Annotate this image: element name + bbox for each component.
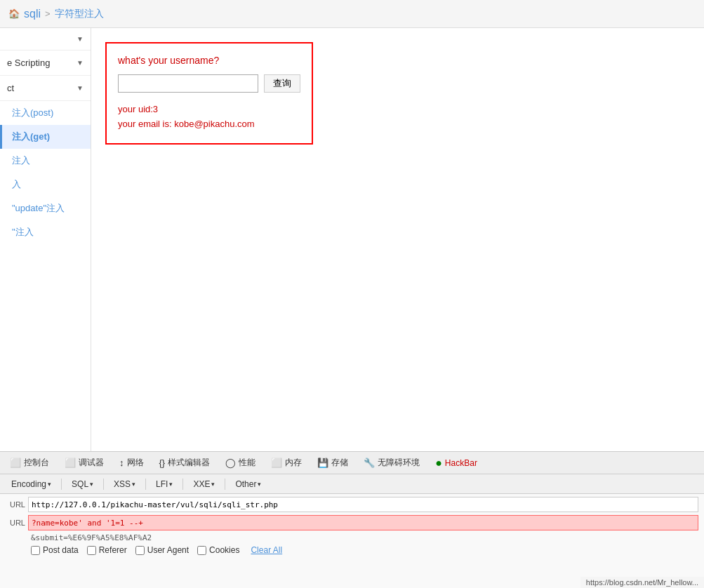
hackbar-xss-menu[interactable]: XSS ▾ <box>108 478 141 490</box>
sidebar-group-1: ▼ <box>0 28 91 51</box>
top-bar: 🏠 sqli > 字符型注入 <box>0 0 704 28</box>
sidebar-group-header-2[interactable]: e Scripting ▼ <box>0 51 91 75</box>
checkbox-user-agent-input[interactable] <box>135 546 145 555</box>
tab-console[interactable]: ⬜ 控制台 <box>3 454 56 472</box>
style-icon: {} <box>159 457 166 468</box>
console-icon: ⬜ <box>10 457 21 468</box>
hackbar-xss-label: XSS <box>114 479 131 489</box>
checkbox-cookies-label: Cookies <box>209 545 239 555</box>
hackbar-url-label: URL <box>6 500 25 509</box>
sep-5 <box>225 479 225 490</box>
breadcrumb-home[interactable]: sqli <box>24 8 41 20</box>
tab-hackbar[interactable]: ● HackBar <box>428 454 484 472</box>
hackbar-checks-row: Post data Referer User Agent Cookies Cle… <box>6 545 698 555</box>
checkbox-user-agent-label: User Agent <box>147 545 189 555</box>
tab-storage-label: 存储 <box>331 457 348 469</box>
tab-network[interactable]: ↕ 网络 <box>112 454 151 472</box>
hackbar-sub-value: &submit=%E6%9F%A5%E8%AF%A2 <box>31 533 152 542</box>
checkbox-post-data-label: Post data <box>43 545 79 555</box>
sidebar-group-2: e Scripting ▼ <box>0 51 91 76</box>
result-email: your email is: kobe@pikachu.com <box>118 117 300 132</box>
form-result: your uid:3 your email is: kobe@pikachu.c… <box>118 102 300 132</box>
checkbox-referer-label: Referer <box>99 545 127 555</box>
memory-icon: ⬜ <box>271 457 282 468</box>
accessibility-icon: 🔧 <box>364 457 375 468</box>
tab-accessibility[interactable]: 🔧 无障碍环境 <box>357 454 427 472</box>
chevron-down-icon-lfi: ▾ <box>169 481 173 488</box>
checkbox-cookies-input[interactable] <box>197 546 206 555</box>
status-bar: https://blog.csdn.net/Mr_hellow... <box>580 577 704 588</box>
hackbar-toolbar: Encoding ▾ SQL ▾ XSS ▾ LFI ▾ XXE ▾ Other… <box>0 474 704 494</box>
status-url: https://blog.csdn.net/Mr_hellow... <box>586 578 698 587</box>
hackbar-sub-row: &submit=%E6%9F%A5%E8%AF%A2 <box>6 533 698 542</box>
chevron-down-icon-xxe: ▾ <box>211 481 215 488</box>
tab-performance-label: 性能 <box>239 457 255 469</box>
hackbar-post-row: URL <box>6 515 698 530</box>
sidebar-item-inject[interactable]: 注入 <box>0 149 91 173</box>
username-input[interactable] <box>118 74 258 93</box>
chevron-down-icon-2: ▼ <box>77 59 84 67</box>
hackbar-url-row: URL <box>6 497 698 512</box>
devtools-panel: ⬜ 控制台 ⬜ 调试器 ↕ 网络 {} 样式编辑器 ◯ 性能 ⬜ 内存 💾 存储… <box>0 451 704 588</box>
tab-performance[interactable]: ◯ 性能 <box>218 454 263 472</box>
sidebar: ▼ e Scripting ▼ ct ▼ 注入(post) 注入(get) 注入… <box>0 28 91 451</box>
tab-memory-label: 内存 <box>285 457 302 469</box>
network-icon: ↕ <box>119 457 124 468</box>
tab-storage[interactable]: 💾 存储 <box>310 454 355 472</box>
chevron-down-icon-other: ▾ <box>258 481 261 488</box>
hackbar-url-input[interactable] <box>28 497 698 512</box>
hackbar-dot-icon: ● <box>435 457 442 469</box>
chevron-down-icon-1: ▼ <box>77 35 84 43</box>
form-row: 查询 <box>118 74 300 93</box>
sep-4 <box>182 479 183 490</box>
main-layout: ▼ e Scripting ▼ ct ▼ 注入(post) 注入(get) 注入… <box>0 28 704 451</box>
hackbar-post-input[interactable] <box>28 515 698 530</box>
devtools-tabs: ⬜ 控制台 ⬜ 调试器 ↕ 网络 {} 样式编辑器 ◯ 性能 ⬜ 内存 💾 存储… <box>0 452 704 474</box>
sidebar-item-inject2[interactable]: 入 <box>0 173 91 196</box>
hackbar-lfi-menu[interactable]: LFI ▾ <box>150 478 178 490</box>
query-button[interactable]: 查询 <box>264 74 300 93</box>
checkbox-cookies[interactable]: Cookies <box>197 545 239 555</box>
form-box: what's your username? 查询 your uid:3 your… <box>105 42 313 145</box>
tab-debugger-label: 调试器 <box>79 457 104 469</box>
sidebar-group-3-label: ct <box>7 83 14 93</box>
tab-hackbar-label: HackBar <box>445 458 477 468</box>
checkbox-user-agent[interactable]: User Agent <box>135 545 189 555</box>
hackbar-encoding-label: Encoding <box>11 479 46 489</box>
breadcrumb-current: 字符型注入 <box>55 8 104 20</box>
sidebar-item-post[interactable]: 注入(post) <box>0 101 91 125</box>
performance-icon: ◯ <box>225 457 236 468</box>
checkbox-referer[interactable]: Referer <box>87 545 127 555</box>
tab-accessibility-label: 无障碍环境 <box>378 457 420 469</box>
sidebar-item-get[interactable]: 注入(get) <box>0 125 91 149</box>
checkbox-referer-input[interactable] <box>87 546 96 555</box>
tab-debugger[interactable]: ⬜ 调试器 <box>58 454 111 472</box>
clear-all-button[interactable]: Clear All <box>251 545 282 555</box>
tab-memory[interactable]: ⬜ 内存 <box>264 454 309 472</box>
sidebar-group-header-3[interactable]: ct ▼ <box>0 76 91 100</box>
sep-1 <box>61 479 62 490</box>
hackbar-other-label: Other <box>235 479 256 489</box>
checkbox-post-data[interactable]: Post data <box>31 545 79 555</box>
tab-console-label: 控制台 <box>24 457 49 469</box>
debugger-icon: ⬜ <box>65 457 76 468</box>
sidebar-group-3: ct ▼ <box>0 76 91 101</box>
sidebar-item-quote[interactable]: "注入 <box>0 220 91 244</box>
chevron-down-icon-xss: ▾ <box>132 481 135 488</box>
sidebar-item-update[interactable]: "update"注入 <box>0 196 91 220</box>
hackbar-xxe-label: XXE <box>193 479 210 489</box>
chevron-down-icon-encoding: ▾ <box>48 481 51 488</box>
sidebar-group-2-label: e Scripting <box>7 58 50 68</box>
sidebar-group-header-1[interactable]: ▼ <box>0 28 91 50</box>
tab-style-editor[interactable]: {} 样式编辑器 <box>152 454 218 472</box>
hackbar-other-menu[interactable]: Other ▾ <box>230 478 267 490</box>
hackbar-xxe-menu[interactable]: XXE ▾ <box>187 478 220 490</box>
hackbar-sql-menu[interactable]: SQL ▾ <box>66 478 99 490</box>
storage-icon: 💾 <box>317 457 328 468</box>
checkbox-post-data-input[interactable] <box>31 546 40 555</box>
hackbar-post-label: URL <box>6 519 25 527</box>
breadcrumb-home-icon: 🏠 <box>8 8 20 19</box>
sep-2 <box>103 479 104 490</box>
hackbar-encoding-menu[interactable]: Encoding ▾ <box>6 478 57 490</box>
chevron-down-icon-sql: ▾ <box>90 481 93 488</box>
